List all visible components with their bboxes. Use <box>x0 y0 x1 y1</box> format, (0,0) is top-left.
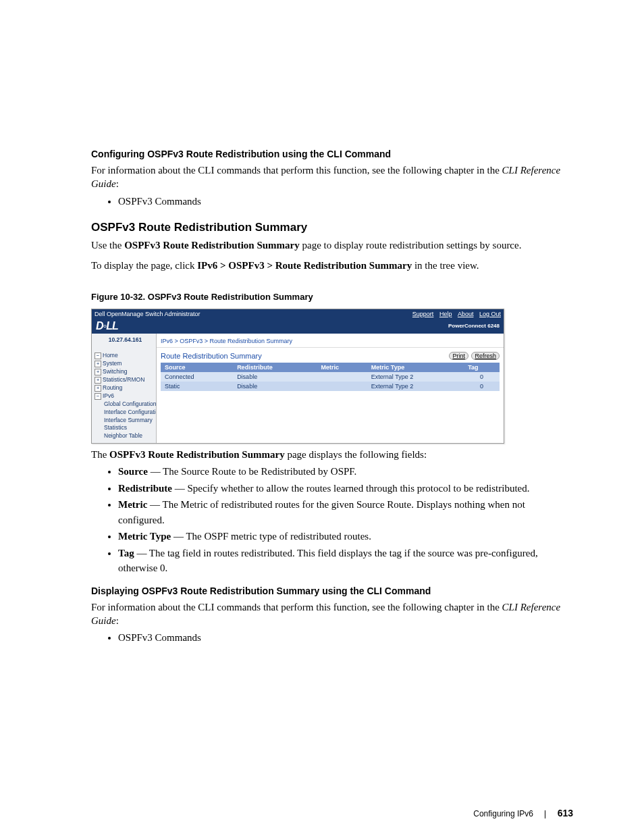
cell-tag: 0 <box>464 372 500 382</box>
link-help[interactable]: Help <box>439 311 452 317</box>
field-name: Tag <box>118 548 134 558</box>
paragraph-fields-intro: The OSPFv3 Route Redistribution Summary … <box>91 448 573 461</box>
nav-ipv6[interactable]: −IPv6 <box>95 392 156 400</box>
product-label: PowerConnect 6248 <box>448 323 500 329</box>
text: in the tree view. <box>412 260 479 271</box>
cell-redis: Disable <box>233 382 317 391</box>
cell-metric <box>317 372 367 382</box>
field-desc: — The tag field in routes redistributed.… <box>118 548 538 574</box>
field-desc: — The Metric of redistributed routes for… <box>118 499 525 525</box>
cell-source: Static <box>161 382 233 391</box>
paragraph-cli-info-2: For information about the CLI commands t… <box>91 600 573 628</box>
text: For information about the CLI commands t… <box>91 602 502 613</box>
print-button[interactable]: Print <box>449 352 468 360</box>
col-metric: Metric <box>317 363 367 372</box>
section-heading-summary: OSPFv3 Route Redistribution Summary <box>91 221 573 234</box>
field-desc: — Specify whether to allow the routes le… <box>172 483 529 494</box>
list-item: Metric — The Metric of redistributed rou… <box>118 497 573 527</box>
list-item: Metric Type — The OSPF metric type of re… <box>118 529 573 544</box>
nav-label: Routing <box>103 384 122 391</box>
nav-label: System <box>103 360 122 367</box>
breadcrumb: IPv6 > OSPFv3 > Route Redistribution Sum… <box>157 334 504 348</box>
link-logout[interactable]: Log Out <box>479 311 501 317</box>
field-name: Metric Type <box>118 531 171 542</box>
footer-separator <box>545 810 545 818</box>
field-name: Metric <box>118 499 147 510</box>
shot-main: IPv6 > OSPFv3 > Route Redistribution Sum… <box>157 334 504 444</box>
bold: IPv6 > OSPFv3 > Route Redistribution Sum… <box>197 260 412 271</box>
table-row: Connected Disable External Type 2 0 <box>161 372 500 382</box>
cell-source: Connected <box>161 372 233 382</box>
text: To display the page, click <box>91 260 197 271</box>
cell-redis: Disable <box>233 372 317 382</box>
nav-ip: 10.27.64.161 <box>95 336 156 344</box>
figure-caption: Figure 10-32. OSPFv3 Route Redistributio… <box>91 292 573 302</box>
nav-global-config[interactable]: Global Configuration <box>95 400 156 409</box>
cell-tag: 0 <box>464 382 500 391</box>
shot-toplinks: Support Help About Log Out <box>408 311 501 317</box>
nav-neighbor-table[interactable]: Neighbor Table <box>95 432 156 440</box>
nav-statistics[interactable]: Statistics <box>95 424 156 432</box>
bold: OSPFv3 Route Redistribution Summary <box>124 240 300 251</box>
bold: OSPFv3 Route Redistribution Summary <box>109 449 285 460</box>
panel-title: Route Redistribution Summary <box>161 352 262 360</box>
page-footer: Configuring IPv6 613 <box>91 808 573 818</box>
nav-label: Switching <box>103 368 127 375</box>
shot-app-title: Dell OpenManage Switch Administrator <box>95 311 200 317</box>
paragraph-use: Use the OSPFv3 Route Redistribution Summ… <box>91 238 573 252</box>
refresh-button[interactable]: Refresh <box>471 352 500 360</box>
cell-metric <box>317 382 367 391</box>
footer-section: Configuring IPv6 <box>473 809 533 818</box>
footer-page-number: 613 <box>558 808 573 818</box>
nav-label: IPv6 <box>103 392 114 399</box>
minus-icon: − <box>95 353 101 359</box>
nav-label: Home <box>103 352 118 359</box>
nav-stats[interactable]: +Statistics/RMON <box>95 376 156 384</box>
list-item: Tag — The tag field in routes redistribu… <box>118 546 573 576</box>
nav-routing[interactable]: +Routing <box>95 384 156 392</box>
list-item: Source — The Source Route to be Redistri… <box>118 464 573 479</box>
nav-label: Statistics/RMON <box>103 376 144 383</box>
link-about[interactable]: About <box>458 311 474 317</box>
list-item: OSPFv3 Commands <box>118 194 573 209</box>
field-name: Redistribute <box>118 483 172 494</box>
nav-switching[interactable]: +Switching <box>95 368 156 376</box>
field-desc: — The OSPF metric type of redistributed … <box>171 531 371 542</box>
col-tag: Tag <box>464 363 500 372</box>
field-desc: — The Source Route to be Redistributed b… <box>148 466 356 477</box>
plus-icon: + <box>95 377 101 384</box>
nav-interface-config[interactable]: Interface Configuration <box>95 409 156 417</box>
link-support[interactable]: Support <box>412 311 434 317</box>
text: : <box>116 615 119 626</box>
plus-icon: + <box>95 385 101 392</box>
nav-tree[interactable]: 10.27.64.161 −Home +System +Switching +S… <box>92 334 157 444</box>
summary-table: Source Redistribute Metric Metric Type T… <box>161 363 500 391</box>
minus-icon: − <box>95 393 101 400</box>
nav-home[interactable]: −Home <box>95 352 156 360</box>
dell-logo: D◦LL <box>96 320 118 332</box>
nav-system[interactable]: +System <box>95 360 156 368</box>
text: : <box>116 178 119 189</box>
subheading-config-cli: Configuring OSPFv3 Route Redistribution … <box>91 149 573 159</box>
plus-icon: + <box>95 361 101 367</box>
col-metric-type: Metric Type <box>367 363 464 372</box>
table-header-row: Source Redistribute Metric Metric Type T… <box>161 363 500 372</box>
embedded-screenshot: Dell OpenManage Switch Administrator Sup… <box>91 309 504 444</box>
col-source: Source <box>161 363 233 372</box>
paragraph-display: To display the page, click IPv6 > OSPFv3… <box>91 259 573 272</box>
nav-interface-summary[interactable]: Interface Summary <box>95 417 156 425</box>
cell-mtype: External Type 2 <box>367 372 464 382</box>
plus-icon: + <box>95 369 101 375</box>
field-name: Source <box>118 466 148 477</box>
paragraph-cli-info-1: For information about the CLI commands t… <box>91 163 573 191</box>
shot-titlebar: Dell OpenManage Switch Administrator Sup… <box>92 309 504 319</box>
subheading-display-cli: Displaying OSPFv3 Route Redistribution S… <box>91 585 573 596</box>
col-redistribute: Redistribute <box>233 363 317 372</box>
text: The <box>91 449 109 460</box>
shot-logo-bar: D◦LL PowerConnect 6248 <box>92 319 504 334</box>
text: For information about the CLI commands t… <box>91 165 502 176</box>
table-row: Static Disable External Type 2 0 <box>161 382 500 391</box>
cell-mtype: External Type 2 <box>367 382 464 391</box>
text: page to display route redistribution set… <box>300 240 522 251</box>
list-item: Redistribute — Specify whether to allow … <box>118 481 573 496</box>
